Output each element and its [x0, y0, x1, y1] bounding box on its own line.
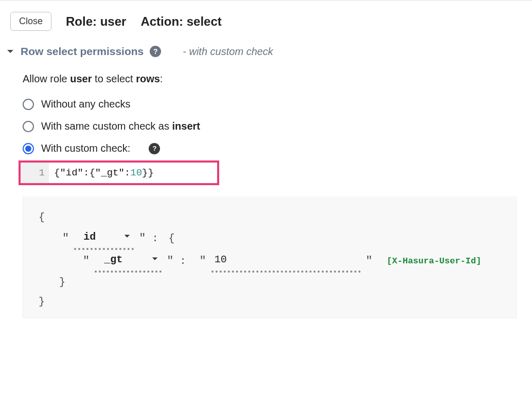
- role-value: user: [100, 14, 127, 28]
- action-value: select: [187, 14, 222, 28]
- value-input[interactable]: 10: [211, 250, 361, 273]
- column-name: id: [83, 227, 96, 247]
- builder-row-field: " id " : {: [39, 227, 511, 250]
- section-subtext: - with custom check: [183, 46, 273, 58]
- radio-icon: [23, 99, 34, 110]
- code-punct: }}: [142, 167, 154, 178]
- brace-close: }: [39, 292, 511, 312]
- allow-rows: rows: [136, 73, 160, 84]
- section-title: Row select permissions: [21, 45, 144, 58]
- code-string: "id": [60, 167, 83, 178]
- allow-role: user: [70, 73, 92, 84]
- close-button[interactable]: Close: [10, 12, 51, 31]
- radio-custom-check[interactable]: With custom check: ?: [23, 142, 532, 154]
- brace-open: {: [161, 229, 174, 248]
- code-number: 10: [130, 167, 142, 178]
- quote: ": [189, 250, 209, 272]
- code-string: "_gt": [95, 167, 125, 178]
- chevron-down-icon: [151, 250, 158, 270]
- help-icon[interactable]: ?: [149, 143, 160, 154]
- code-punct: :{: [83, 167, 95, 178]
- line-number: 1: [21, 163, 49, 183]
- allow-prefix: Allow role: [23, 73, 70, 84]
- brace-close: }: [39, 273, 511, 292]
- quote: ": [363, 250, 376, 272]
- operator-name: _gt: [104, 250, 122, 270]
- radio-label: With custom check:: [41, 142, 130, 154]
- panel-header: Close Role: user Action: select: [0, 9, 532, 45]
- section-header[interactable]: Row select permissions ? - with custom c…: [0, 45, 532, 73]
- json-editor[interactable]: 1 {"id":{"_gt":10}}: [19, 160, 219, 185]
- role-label-text: Role:: [66, 14, 97, 28]
- radio-label-prefix: With same custom check as: [41, 120, 172, 132]
- quote: ": [80, 250, 93, 272]
- chevron-down-icon: [6, 47, 14, 56]
- allow-mid: to select: [92, 73, 136, 84]
- radio-icon-selected: [23, 143, 34, 154]
- radio-label: With same custom check as insert: [41, 120, 200, 132]
- radio-without-checks[interactable]: Without any checks: [23, 98, 532, 110]
- column-dropdown[interactable]: id: [74, 227, 134, 250]
- operator-dropdown[interactable]: _gt: [95, 250, 162, 273]
- colon: :: [151, 229, 159, 248]
- code-punct: :: [125, 167, 130, 178]
- session-variable-hint[interactable]: [X-Hasura-User-Id]: [387, 253, 482, 270]
- role-label: Role: user: [66, 14, 126, 29]
- brace-open: {: [39, 208, 511, 227]
- quote: ": [164, 250, 176, 272]
- action-label-text: Action:: [140, 14, 183, 28]
- code-content[interactable]: {"id":{"_gt":10}}: [49, 163, 217, 183]
- check-radio-group: Without any checks With same custom chec…: [23, 98, 532, 154]
- colon: :: [179, 252, 187, 271]
- code-punct: {: [54, 167, 60, 178]
- radio-label-bold: insert: [172, 120, 200, 132]
- radio-icon: [23, 121, 34, 132]
- action-label: Action: select: [140, 14, 221, 29]
- radio-label: Without any checks: [41, 98, 130, 110]
- permission-builder: { " id " : { " _gt ": [23, 196, 517, 318]
- allow-suffix: :: [160, 73, 163, 84]
- quote: ": [59, 228, 72, 249]
- quote: ": [136, 228, 149, 249]
- builder-row-operator: " _gt " : " 10 " [X-Hasura-User-Id]: [39, 250, 511, 273]
- radio-same-as-insert[interactable]: With same custom check as insert: [23, 120, 532, 132]
- help-icon[interactable]: ?: [150, 46, 161, 57]
- allow-description: Allow role user to select rows:: [23, 73, 532, 85]
- chevron-down-icon: [123, 227, 131, 247]
